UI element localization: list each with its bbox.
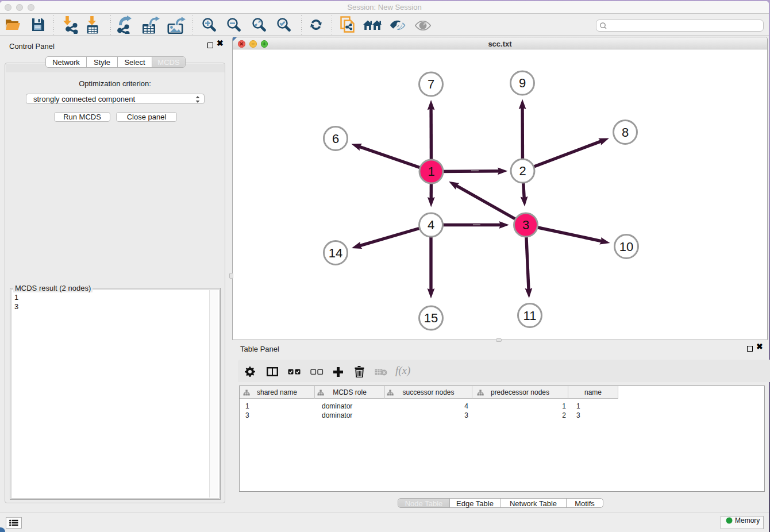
svg-text:7: 7: [428, 77, 434, 91]
svg-text:3: 3: [522, 218, 529, 232]
svg-text:11: 11: [523, 309, 537, 323]
svg-text:9: 9: [519, 76, 526, 90]
svg-text:1: 1: [428, 164, 434, 179]
svg-text:8: 8: [622, 125, 629, 140]
svg-text:10: 10: [619, 240, 633, 254]
svg-text:14: 14: [329, 246, 342, 260]
svg-text:2: 2: [519, 164, 526, 178]
svg-text:15: 15: [424, 311, 438, 325]
svg-text:4: 4: [428, 218, 434, 232]
svg-text:6: 6: [332, 132, 339, 146]
